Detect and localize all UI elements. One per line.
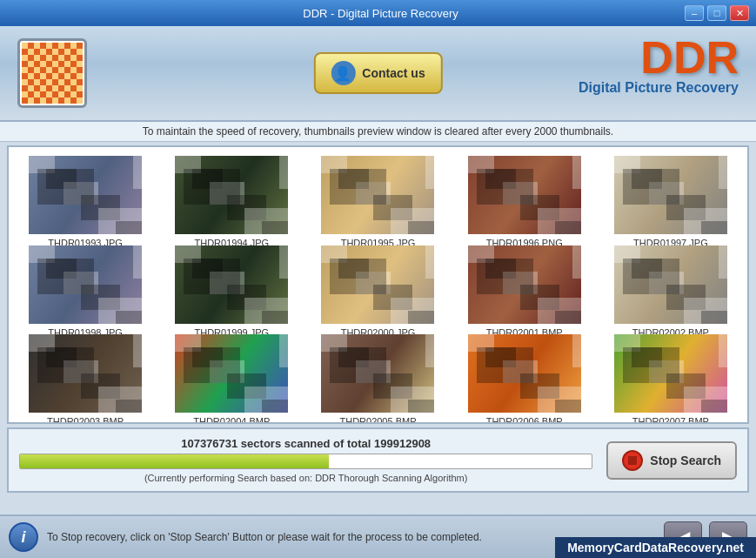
thumbnail-image bbox=[614, 245, 727, 324]
stop-icon bbox=[622, 450, 643, 471]
thumbnail-item[interactable]: THDR02006.BMP bbox=[452, 329, 598, 419]
close-button[interactable]: ✕ bbox=[730, 5, 749, 21]
progress-bar-container bbox=[19, 454, 592, 469]
thumbnail-item[interactable]: THDR01996.PNG bbox=[452, 151, 598, 240]
thumbnail-image bbox=[29, 245, 142, 324]
thumbnail-item[interactable]: THDR02000.JPG bbox=[304, 240, 451, 330]
algo-text: (Currently performing Search based on: D… bbox=[19, 473, 592, 483]
thumbnail-label: THDR02003.BMP bbox=[47, 416, 124, 422]
stop-search-button[interactable]: Stop Search bbox=[606, 441, 737, 480]
thumbnail-item[interactable]: THDR01994.JPG bbox=[158, 151, 304, 240]
titlebar: DDR - Digital Picture Recovery – □ ✕ bbox=[0, 0, 756, 26]
brand-footer: MemoryCardDataRecovery.net bbox=[555, 537, 756, 558]
status-info: 107376731 sectors scanned of total 19991… bbox=[19, 437, 592, 483]
status-bar: 107376731 sectors scanned of total 19991… bbox=[7, 427, 749, 493]
thumbnail-image bbox=[29, 156, 142, 234]
maximize-button[interactable]: □ bbox=[707, 5, 726, 21]
thumbnail-grid-container: THDR01993.JPGTHDR01994.JPGTHDR01995.JPGT… bbox=[7, 145, 749, 424]
stop-square bbox=[628, 456, 637, 465]
sectors-text: 107376731 sectors scanned of total 19991… bbox=[19, 437, 592, 450]
thumbnail-item[interactable]: THDR01999.JPG bbox=[158, 240, 304, 330]
thumbnail-item[interactable]: THDR02004.BMP bbox=[158, 329, 304, 419]
titlebar-title: DDR - Digital Picture Recovery bbox=[77, 7, 685, 20]
thumbnail-label: THDR02005.BMP bbox=[339, 416, 416, 422]
thumbnail-item[interactable]: THDR01998.JPG bbox=[12, 240, 158, 330]
footer-text: To Stop recovery, click on 'Stop Search'… bbox=[47, 531, 482, 543]
minimize-button[interactable]: – bbox=[685, 5, 704, 21]
logo-box bbox=[17, 38, 87, 108]
thumbnail-image bbox=[614, 334, 727, 413]
stop-label: Stop Search bbox=[650, 454, 721, 467]
info-message: To maintain the speed of recovery, thumb… bbox=[143, 125, 613, 138]
thumbnail-item[interactable]: THDR01993.JPG bbox=[12, 151, 158, 240]
thumbnail-label: THDR02004.BMP bbox=[193, 416, 270, 422]
thumbnail-image bbox=[175, 245, 288, 324]
thumbnail-image bbox=[321, 156, 434, 234]
progress-bar-fill bbox=[20, 454, 329, 468]
thumbnail-item[interactable]: THDR02001.BMP bbox=[452, 240, 598, 330]
thumbnail-image bbox=[321, 334, 434, 413]
thumbnail-image bbox=[175, 156, 288, 234]
thumbnail-image bbox=[614, 156, 727, 234]
thumbnail-image bbox=[468, 334, 581, 413]
info-bar: To maintain the speed of recovery, thumb… bbox=[0, 122, 756, 142]
info-icon: i bbox=[9, 522, 38, 552]
thumbnail-item[interactable]: THDR02005.BMP bbox=[304, 329, 451, 419]
ddr-text: DDR bbox=[579, 35, 739, 80]
thumbnail-grid: THDR01993.JPGTHDR01994.JPGTHDR01995.JPGT… bbox=[9, 147, 747, 422]
thumbnail-image bbox=[29, 334, 142, 413]
thumbnail-image bbox=[321, 245, 434, 324]
thumbnail-item[interactable]: THDR02002.BMP bbox=[598, 240, 744, 330]
thumbnail-image bbox=[175, 334, 288, 413]
thumbnail-item[interactable]: THDR02003.BMP bbox=[12, 329, 158, 419]
thumbnail-image bbox=[468, 245, 581, 324]
thumbnail-label: THDR02006.BMP bbox=[486, 416, 563, 422]
titlebar-controls: – □ ✕ bbox=[685, 5, 749, 21]
header: 👤 Contact us DDR Digital Picture Recover… bbox=[0, 26, 756, 122]
thumbnail-image bbox=[468, 156, 581, 234]
contact-button[interactable]: 👤 Contact us bbox=[313, 52, 442, 94]
thumbnail-label: THDR02007.BMP bbox=[632, 416, 709, 422]
contact-label: Contact us bbox=[362, 66, 425, 80]
contact-icon: 👤 bbox=[331, 61, 355, 85]
logo-checkerboard bbox=[22, 43, 83, 104]
ddr-logo: DDR Digital Picture Recovery bbox=[579, 35, 739, 96]
thumbnail-item[interactable]: THDR02007.BMP bbox=[598, 329, 744, 419]
app-icon bbox=[7, 6, 21, 20]
thumbnail-item[interactable]: THDR01997.JPG bbox=[598, 151, 744, 240]
brand-text: MemoryCardDataRecovery.net bbox=[567, 541, 744, 555]
thumbnail-item[interactable]: THDR01995.JPG bbox=[304, 151, 451, 240]
ddr-subtitle: Digital Picture Recovery bbox=[579, 80, 739, 96]
